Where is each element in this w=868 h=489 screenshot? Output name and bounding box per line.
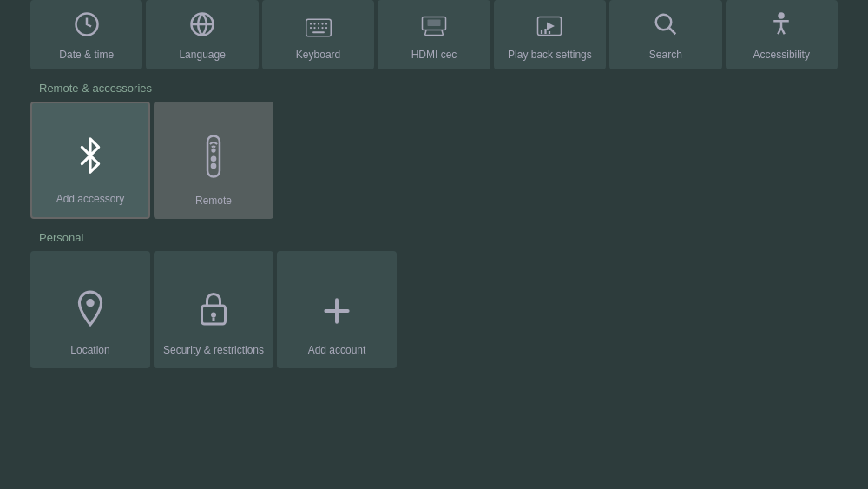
svg-point-28 [86, 299, 94, 307]
tile-date-time-label: Date & time [59, 49, 114, 61]
personal-section-title: Personal [0, 219, 868, 251]
keyboard-icon [306, 16, 332, 43]
location-icon [74, 289, 107, 335]
tile-playback[interactable]: Play back settings [494, 0, 606, 69]
tile-add-accessory[interactable]: Add accessory [30, 102, 150, 219]
tile-hdmi-label: HDMI cec [411, 49, 457, 61]
tile-security[interactable]: Security & restrictions [154, 251, 273, 368]
tile-add-account-label: Add account [308, 344, 366, 356]
svg-point-27 [212, 164, 215, 168]
tile-location[interactable]: Location [30, 251, 150, 368]
tile-remote-label: Remote [195, 195, 232, 207]
lock-icon [198, 289, 229, 335]
personal-tiles-row: Location Security & restrictions Add acc… [0, 251, 868, 368]
svg-rect-15 [427, 20, 440, 27]
tile-keyboard[interactable]: Keyboard [262, 0, 374, 69]
tile-security-label: Security & restrictions [163, 344, 264, 356]
remote-tiles-row: Add accessory Remote [0, 102, 868, 219]
hdmi-icon [421, 15, 447, 43]
remote-section-title: Remote & accessories [0, 69, 868, 102]
tile-search-label: Search [649, 49, 682, 61]
tile-language[interactable]: Language [146, 0, 258, 69]
tile-add-accessory-label: Add accessory [56, 193, 125, 205]
tile-add-account[interactable]: Add account [277, 251, 397, 368]
add-icon [320, 294, 353, 335]
tile-remote[interactable]: Remote [154, 102, 273, 219]
svg-point-25 [213, 149, 215, 152]
tile-language-label: Language [179, 49, 225, 61]
tile-date-time[interactable]: Date & time [30, 0, 142, 69]
svg-point-26 [212, 157, 215, 161]
tile-search[interactable]: Search [609, 0, 721, 69]
remote-icon [198, 135, 229, 186]
tile-hdmi[interactable]: HDMI cec [378, 0, 490, 69]
playback-icon [536, 15, 562, 43]
clock-icon [74, 11, 100, 43]
svg-marker-17 [547, 23, 555, 30]
tile-keyboard-label: Keyboard [296, 49, 340, 61]
language-icon [189, 11, 215, 43]
tile-location-label: Location [70, 344, 109, 356]
svg-line-22 [669, 28, 676, 35]
svg-point-30 [211, 313, 216, 318]
tile-accessibility-label: Accessibility [753, 49, 810, 61]
svg-point-21 [656, 15, 672, 30]
tile-accessibility[interactable]: Accessibility [726, 0, 838, 69]
accessibility-icon [768, 11, 794, 43]
tile-playback-label: Play back settings [508, 49, 592, 61]
top-tiles-row: Date & time Language [0, 0, 868, 69]
bluetooth-icon [73, 135, 108, 184]
svg-point-23 [779, 14, 784, 18]
search-icon [653, 11, 679, 43]
